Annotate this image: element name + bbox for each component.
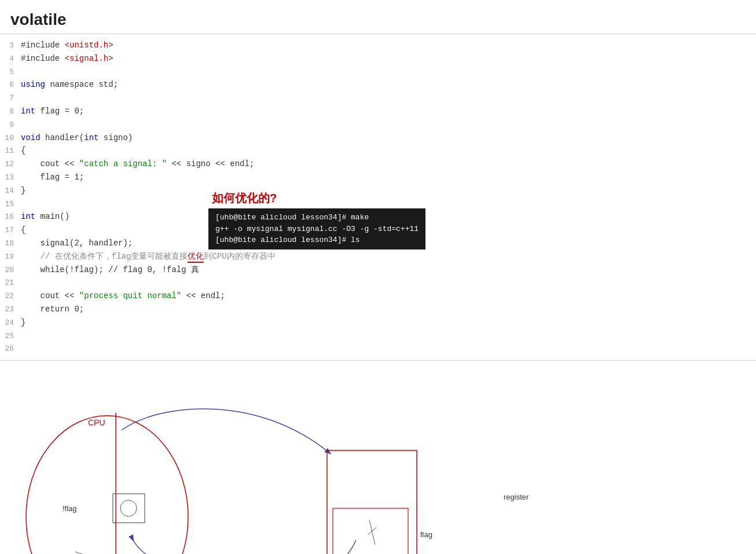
line-number: 10	[0, 133, 21, 145]
line-content: cout << "process quit normal" << endl;	[21, 289, 756, 302]
line-content	[21, 91, 756, 104]
code-line: 11{	[0, 144, 756, 157]
tooltip-popup: 如何优化的? [uhb@bite alicloud lesson34]# mak…	[208, 189, 425, 250]
terminal-box: [uhb@bite alicloud lesson34]# make g++ -…	[208, 208, 425, 250]
line-number: 17	[0, 225, 21, 237]
line-number: 23	[0, 304, 21, 316]
svg-rect-5	[327, 450, 417, 554]
code-line: 10void handler(int signo)	[0, 131, 756, 145]
svg-text:flag: flag	[420, 530, 432, 539]
code-line: 25	[0, 329, 756, 343]
code-line: 5	[0, 65, 756, 79]
svg-rect-6	[333, 508, 408, 554]
line-number: 7	[0, 93, 21, 105]
svg-point-0	[26, 416, 188, 554]
line-number: 8	[0, 106, 21, 118]
line-number: 12	[0, 159, 21, 171]
line-content: void handler(int signo)	[21, 131, 756, 144]
line-content	[21, 118, 756, 131]
code-line: 8int flag = 0;	[0, 105, 756, 118]
line-number: 22	[0, 291, 21, 303]
line-number: 16	[0, 211, 21, 223]
diagram-section: CPU !flag	[0, 384, 756, 554]
line-content: while(!flag); // flag 0, !falg 真	[21, 263, 756, 276]
code-line: 9	[0, 118, 756, 131]
line-number: 19	[0, 251, 21, 263]
code-line: 12 cout << "catch a signal: " << signo <…	[0, 157, 756, 171]
line-number: 5	[0, 67, 21, 79]
code-line: 24}	[0, 316, 756, 329]
line-content	[21, 329, 756, 342]
line-number: 25	[0, 331, 21, 343]
code-line: 22 cout << "process quit normal" << endl…	[0, 289, 756, 303]
code-line: 21	[0, 276, 756, 289]
line-content: {	[21, 144, 756, 157]
line-content: #include <unistd.h>	[21, 39, 756, 52]
line-content: return 0;	[21, 303, 756, 315]
cpu-label: CPU	[88, 418, 105, 427]
tooltip-question: 如何优化的?	[208, 189, 280, 207]
line-content: flag = 1;	[21, 171, 756, 184]
code-line: 3#include <unistd.h>	[0, 39, 756, 52]
line-number: 4	[0, 53, 21, 65]
line-number: 6	[0, 79, 21, 91]
code-line: 26	[0, 342, 756, 355]
code-line: 23 return 0;	[0, 303, 756, 316]
diagram-svg: CPU !flag	[0, 384, 756, 554]
line-content: #include <signal.h>	[21, 52, 756, 65]
line-number: 20	[0, 265, 21, 277]
line-number: 21	[0, 277, 21, 289]
svg-rect-1	[113, 494, 145, 523]
line-number: 14	[0, 185, 21, 197]
code-line: 13 flag = 1;	[0, 171, 756, 184]
line-number: 13	[0, 172, 21, 184]
line-number: 11	[0, 145, 21, 157]
svg-text:!flag: !flag	[63, 504, 77, 513]
line-number: 15	[0, 199, 21, 211]
code-section: 3#include <unistd.h>4#include <signal.h>…	[0, 34, 756, 361]
line-content: // 在优化条件下，flag变量可能被直接优化到CPU内的寄存器中	[21, 250, 756, 263]
line-content	[21, 65, 756, 78]
code-line: 4#include <signal.h>	[0, 52, 756, 65]
code-line: 7	[0, 91, 756, 105]
svg-text:register: register	[504, 493, 529, 501]
code-line: 20 while(!flag); // flag 0, !falg 真	[0, 263, 756, 277]
line-content: using namespace std;	[21, 78, 756, 91]
line-number: 3	[0, 40, 21, 52]
line-content	[21, 342, 756, 355]
line-content: int flag = 0;	[21, 105, 756, 118]
code-line: 6using namespace std;	[0, 78, 756, 91]
line-content: cout << "catch a signal: " << signo << e…	[21, 157, 756, 170]
page-title: volatile	[0, 0, 756, 34]
code-line: 19 // 在优化条件下，flag变量可能被直接优化到CPU内的寄存器中	[0, 250, 756, 263]
line-content	[21, 276, 756, 289]
line-number: 26	[0, 343, 21, 355]
line-content: }	[21, 316, 756, 329]
line-number: 9	[0, 119, 21, 131]
line-number: 18	[0, 238, 21, 250]
line-number: 24	[0, 317, 21, 329]
svg-point-2	[120, 500, 137, 516]
